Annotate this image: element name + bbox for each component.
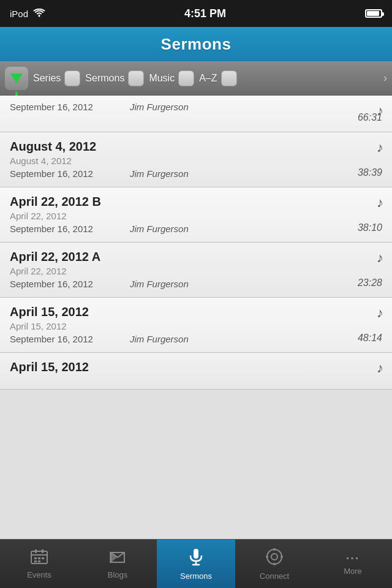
sermon-duration: 38:10 bbox=[358, 222, 382, 233]
filter-tab-music[interactable]: Music bbox=[149, 70, 194, 86]
sermon-list: ♪ September 16, 2012 Jim Furgerson 66:31… bbox=[0, 96, 392, 539]
svg-point-0 bbox=[39, 15, 40, 17]
music-note-icon: ♪ bbox=[377, 360, 383, 376]
music-checkbox[interactable] bbox=[178, 70, 194, 86]
sermon-speaker: Jim Furgerson bbox=[130, 279, 382, 289]
svg-rect-9 bbox=[38, 560, 40, 562]
sermons-tab-label: Sermons bbox=[85, 73, 124, 84]
sermons-checkbox[interactable] bbox=[128, 70, 144, 86]
events-icon bbox=[30, 549, 48, 568]
page-title: Sermons bbox=[161, 35, 232, 54]
series-tab-label: Series bbox=[33, 73, 61, 84]
tab-events[interactable]: Events bbox=[0, 540, 78, 588]
filter-tab-sermons[interactable]: Sermons bbox=[85, 70, 144, 86]
sermon-meta-row: September 16, 2012 Jim Furgerson bbox=[10, 168, 382, 179]
svg-rect-11 bbox=[194, 549, 198, 559]
filter-tab-series[interactable]: Series bbox=[33, 70, 80, 86]
sermon-meta-row: September 16, 2012 Jim Furgerson bbox=[10, 224, 382, 234]
svg-point-18 bbox=[266, 556, 268, 558]
connect-icon bbox=[265, 548, 284, 569]
music-tab-label: Music bbox=[149, 73, 175, 84]
sermon-speaker: Jim Furgerson bbox=[130, 334, 382, 344]
tab-sermons-label: Sermons bbox=[180, 571, 212, 581]
sermon-title: April 22, 2012 A bbox=[10, 250, 382, 264]
status-right bbox=[365, 9, 382, 18]
blogs-icon bbox=[108, 549, 127, 568]
battery-icon bbox=[365, 9, 382, 18]
sermon-date-sub: August 4, 2012 bbox=[10, 156, 382, 166]
filter-chevron-icon: › bbox=[383, 72, 387, 85]
sermon-series-date: September 16, 2012 bbox=[10, 168, 93, 179]
svg-point-19 bbox=[281, 556, 283, 558]
filter-tab-az[interactable]: A–Z bbox=[199, 70, 236, 86]
sermon-speaker: Jim Furgerson bbox=[130, 168, 382, 179]
svg-rect-6 bbox=[38, 557, 40, 559]
sermon-meta-row: September 16, 2012 Jim Furgerson bbox=[10, 334, 382, 344]
sermon-series-date: September 16, 2012 bbox=[10, 224, 93, 234]
tab-more[interactable]: ··· More bbox=[314, 540, 392, 588]
status-time: 4:51 PM bbox=[184, 7, 226, 20]
sermon-duration: 66:31 bbox=[358, 112, 382, 123]
svg-rect-7 bbox=[42, 557, 44, 559]
tab-connect[interactable]: Connect bbox=[235, 540, 314, 588]
sermon-series-date: September 16, 2012 bbox=[10, 334, 93, 344]
tab-more-label: More bbox=[344, 567, 362, 576]
music-note-icon: ♪ bbox=[377, 195, 383, 211]
sermon-meta-row: September 16, 2012 Jim Furgerson bbox=[10, 102, 382, 112]
sermon-series-date: September 16, 2012 bbox=[10, 102, 93, 112]
filter-funnel-button[interactable] bbox=[5, 67, 28, 90]
sermon-item[interactable]: ♪ April 15, 2012 bbox=[0, 353, 392, 390]
app-header: Sermons bbox=[0, 27, 392, 61]
az-checkbox[interactable] bbox=[221, 70, 237, 86]
sermons-icon bbox=[187, 548, 205, 569]
svg-rect-3 bbox=[35, 549, 37, 553]
sermon-title: August 4, 2012 bbox=[10, 140, 382, 154]
sermon-meta-row: September 16, 2012 Jim Furgerson bbox=[10, 279, 382, 289]
sermon-duration: 48:14 bbox=[358, 333, 382, 344]
sermon-speaker: Jim Furgerson bbox=[130, 224, 382, 234]
az-tab-label: A–Z bbox=[199, 73, 217, 84]
svg-point-16 bbox=[273, 548, 276, 551]
sermon-duration: 38:39 bbox=[358, 167, 382, 178]
sermon-title: April 22, 2012 B bbox=[10, 195, 382, 209]
sermon-title: April 15, 2012 bbox=[10, 360, 382, 374]
funnel-icon bbox=[10, 74, 23, 83]
svg-rect-4 bbox=[42, 549, 43, 553]
sermon-series-date: September 16, 2012 bbox=[10, 279, 93, 289]
tab-sermons[interactable]: Sermons bbox=[157, 540, 235, 588]
music-note-icon: ♪ bbox=[377, 305, 383, 321]
svg-rect-8 bbox=[34, 560, 37, 562]
sermon-date-sub: April 15, 2012 bbox=[10, 321, 382, 331]
wifi-icon bbox=[33, 9, 45, 19]
device-label: iPod bbox=[10, 9, 28, 19]
more-icon: ··· bbox=[346, 552, 360, 564]
sermon-date-sub: April 22, 2012 bbox=[10, 266, 382, 276]
tab-bar: Events Blogs Sermons bbox=[0, 539, 392, 588]
status-left: iPod bbox=[10, 9, 45, 19]
sermon-date-sub: April 22, 2012 bbox=[10, 211, 382, 221]
sermon-item[interactable]: ♪ April 22, 2012 A April 22, 2012 Septem… bbox=[0, 243, 392, 298]
tab-blogs[interactable]: Blogs bbox=[78, 540, 157, 588]
sermon-item[interactable]: ♪ August 4, 2012 August 4, 2012 Septembe… bbox=[0, 132, 392, 187]
tab-events-label: Events bbox=[27, 570, 51, 579]
sermon-speaker: Jim Furgerson bbox=[130, 102, 382, 112]
music-note-icon: ♪ bbox=[377, 250, 383, 266]
svg-point-14 bbox=[267, 549, 282, 564]
svg-point-17 bbox=[273, 563, 276, 565]
svg-point-15 bbox=[271, 554, 277, 560]
music-note-icon: ♪ bbox=[377, 140, 383, 156]
sermon-title: April 15, 2012 bbox=[10, 305, 382, 319]
status-bar: iPod 4:51 PM bbox=[0, 0, 392, 27]
tab-connect-label: Connect bbox=[260, 571, 289, 581]
filter-bar: Series Sermons Music A–Z › bbox=[0, 61, 392, 96]
sermon-item[interactable]: ♪ April 15, 2012 April 15, 2012 Septembe… bbox=[0, 298, 392, 353]
series-checkbox[interactable] bbox=[64, 70, 80, 86]
sermon-item[interactable]: ♪ September 16, 2012 Jim Furgerson 66:31 bbox=[0, 96, 392, 132]
tab-blogs-label: Blogs bbox=[108, 570, 128, 579]
sermon-item[interactable]: ♪ April 22, 2012 B April 22, 2012 Septem… bbox=[0, 187, 392, 243]
sermon-duration: 23:28 bbox=[358, 277, 382, 288]
svg-rect-5 bbox=[34, 557, 37, 559]
